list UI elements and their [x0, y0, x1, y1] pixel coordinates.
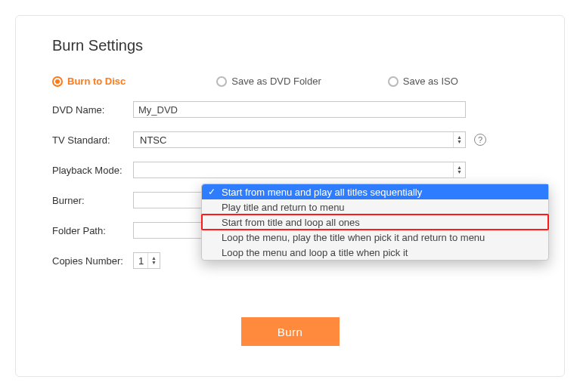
playback-option-1[interactable]: Play title and return to menu — [202, 199, 548, 215]
tv-standard-select[interactable]: NTSC ▲▼ — [133, 131, 466, 148]
radio-icon — [388, 76, 399, 87]
radio-label: Save as ISO — [403, 76, 458, 87]
output-type-radio-group: Burn to Disc Save as DVD Folder Save as … — [52, 76, 528, 87]
radio-label: Burn to Disc — [67, 76, 126, 87]
radio-burn-to-disc[interactable]: Burn to Disc — [52, 76, 126, 87]
folder-path-label: Folder Path: — [52, 225, 133, 236]
copies-number-value: 1 — [138, 255, 144, 267]
select-arrows-icon: ▲▼ — [453, 162, 465, 177]
dvd-name-input[interactable] — [133, 101, 466, 118]
check-icon: ✓ — [208, 187, 216, 197]
playback-option-label: Start from title and loop all ones — [222, 217, 360, 228]
radio-save-as-dvd-folder[interactable]: Save as DVD Folder — [216, 76, 321, 87]
playback-mode-row: Playback Mode: ▲▼ — [52, 161, 528, 179]
playback-option-0[interactable]: ✓ Start from menu and play all titles se… — [202, 184, 548, 199]
page-title: Burn Settings — [52, 37, 528, 54]
playback-option-2[interactable]: Start from title and loop all ones — [202, 215, 548, 230]
help-icon: ? — [474, 134, 486, 146]
playback-option-label: Loop the menu, play the title when pick … — [222, 232, 485, 243]
playback-option-3[interactable]: Loop the menu, play the title when pick … — [202, 230, 548, 245]
radio-icon — [216, 76, 227, 87]
playback-mode-label: Playback Mode: — [52, 165, 133, 176]
playback-option-4[interactable]: Loop the menu and loop a title when pick… — [202, 245, 548, 260]
burn-button-label: Burn — [278, 326, 303, 338]
tv-standard-label: TV Standard: — [52, 134, 133, 146]
playback-mode-dropdown[interactable]: ▲▼ ✓ Start from menu and play all titles… — [201, 184, 549, 261]
burn-button[interactable]: Burn — [241, 317, 340, 346]
copies-number-stepper[interactable]: 1 ▲▼ — [133, 252, 160, 269]
radio-save-as-iso[interactable]: Save as ISO — [388, 76, 458, 87]
copies-number-label: Copies Number: — [52, 255, 133, 267]
tv-standard-help[interactable]: ? — [473, 133, 487, 147]
select-arrows-icon: ▲▼ — [453, 132, 465, 147]
playback-option-label: Start from menu and play all titles sequ… — [222, 187, 422, 198]
radio-icon — [52, 76, 63, 87]
tv-standard-value: NTSC — [140, 134, 166, 146]
playback-mode-select[interactable]: ▲▼ — [133, 162, 466, 178]
dvd-name-label: DVD Name: — [52, 104, 133, 116]
stepper-arrows-icon: ▲▼ — [147, 253, 160, 268]
burner-label: Burner: — [52, 195, 133, 206]
dvd-name-row: DVD Name: — [52, 100, 528, 119]
playback-option-label: Loop the menu and loop a title when pick… — [222, 247, 408, 258]
radio-label: Save as DVD Folder — [231, 76, 321, 87]
playback-option-label: Play title and return to menu — [222, 202, 345, 213]
burn-settings-panel: Burn Settings Burn to Disc Save as DVD F… — [15, 15, 565, 377]
tv-standard-row: TV Standard: NTSC ▲▼ ? — [52, 131, 528, 149]
